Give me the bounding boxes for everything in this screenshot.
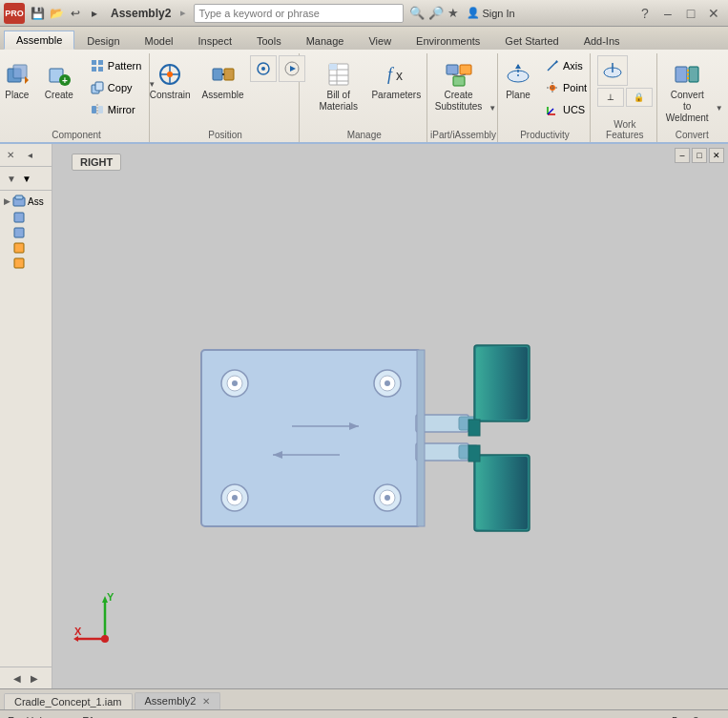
tab-environments[interactable]: Environments: [404, 31, 492, 50]
svg-rect-53: [689, 67, 698, 82]
convert-weldment-icon: [672, 59, 702, 90]
svg-point-99: [101, 635, 109, 643]
parameters-btn[interactable]: f x Parameters: [371, 55, 421, 105]
part-icon-1: [13, 212, 25, 223]
ribbon-group-component: Place + Create: [4, 53, 150, 142]
search-input[interactable]: [194, 4, 404, 23]
tab-assembly2-close[interactable]: ✕: [202, 696, 210, 707]
svg-rect-61: [14, 243, 24, 253]
tab-add-ins[interactable]: Add-Ins: [572, 31, 633, 50]
place-btn[interactable]: Place: [0, 55, 37, 105]
tab-inspect[interactable]: Inspect: [186, 31, 244, 50]
viewport[interactable]: – □ ✕ RIGHT: [52, 144, 728, 688]
copy-btn[interactable]: Copy: [85, 77, 146, 98]
joint-btn[interactable]: [250, 55, 277, 82]
tab-cradle-concept[interactable]: Cradle_Concept_1.iam: [4, 693, 133, 709]
maximize-btn[interactable]: □: [680, 3, 701, 24]
panel-close-btn[interactable]: ✕: [2, 147, 19, 164]
viewport-controls: – □ ✕: [675, 148, 724, 163]
ribbon-group-productivity: Plane Axis: [500, 53, 592, 142]
convert-dropdown[interactable]: ▼: [716, 104, 723, 113]
minimize-btn[interactable]: –: [657, 3, 678, 24]
ucs-btn[interactable]: UCS: [540, 99, 592, 120]
scroll-right-btn[interactable]: ▶: [26, 669, 43, 687]
svg-text:x: x: [396, 68, 403, 83]
vp-minimize-btn[interactable]: –: [675, 148, 690, 163]
svg-point-69: [385, 380, 390, 386]
pattern-btn[interactable]: Pattern: [85, 55, 146, 76]
svg-point-23: [261, 67, 265, 71]
ribbon-content: Place + Create: [0, 50, 728, 142]
create-btn[interactable]: + Create: [39, 55, 79, 105]
tab-manage[interactable]: Manage: [294, 31, 357, 50]
tab-model[interactable]: Model: [133, 31, 186, 50]
svg-rect-59: [14, 213, 24, 222]
svg-point-66: [232, 380, 238, 386]
copy-icon: [90, 80, 105, 95]
tree-item-1[interactable]: [2, 210, 50, 225]
svg-rect-89: [476, 457, 528, 529]
qa-undo-btn[interactable]: ↩: [67, 5, 84, 22]
sign-in-btn[interactable]: Sign In: [482, 8, 514, 19]
work-features-content: ⊥ 🔒: [597, 55, 653, 117]
filter-btn[interactable]: ▼: [3, 170, 20, 187]
qa-save-btn[interactable]: 💾: [29, 5, 46, 22]
work-plane-btn[interactable]: [597, 55, 628, 86]
ground-btn[interactable]: ⊥: [597, 88, 624, 107]
assemble-btn[interactable]: Assemble: [198, 55, 249, 105]
component-small-btns: Pattern Copy: [85, 55, 146, 120]
help-btn[interactable]: ?: [634, 3, 655, 24]
tree-item-4[interactable]: [2, 256, 50, 271]
status-right: 5 8 ■: [672, 715, 720, 719]
close-btn[interactable]: ✕: [703, 3, 724, 24]
scroll-left-btn[interactable]: ◀: [9, 669, 26, 687]
window-controls: ? – □ ✕: [634, 3, 724, 24]
pattern-label: Pattern: [108, 60, 141, 72]
tree-item-2[interactable]: [2, 225, 50, 240]
tree-item-assembly[interactable]: ▶ Ass: [2, 193, 50, 210]
axis-indicator: Y X: [72, 591, 138, 660]
search-icon: 🔍: [409, 6, 425, 20]
vp-maximize-btn[interactable]: □: [692, 148, 707, 163]
assembly-icon: [12, 195, 26, 208]
constrain-btn[interactable]: Constrain: [145, 55, 196, 105]
create-substitutes-btn[interactable]: CreateSubstitutes: [430, 55, 487, 116]
plane-btn[interactable]: Plane: [498, 55, 538, 105]
panel-menu-btn[interactable]: ◂: [21, 147, 38, 164]
svg-marker-41: [515, 64, 521, 69]
tab-design[interactable]: Design: [74, 31, 132, 50]
tree-item-3[interactable]: [2, 240, 50, 256]
quick-access-toolbar: 💾 📂 ↩ ▸: [29, 5, 103, 22]
tab-get-started[interactable]: Get Started: [492, 31, 571, 50]
help-text: For Help, press F1: [8, 715, 94, 719]
tree-assembly-label: Ass: [28, 196, 44, 207]
mirror-btn[interactable]: Mirror: [85, 99, 146, 120]
point-label: Point: [563, 82, 587, 93]
mirror-icon: [90, 102, 105, 117]
tab-tools[interactable]: Tools: [244, 31, 294, 50]
3d-model-svg: [173, 293, 535, 541]
svg-rect-19: [213, 69, 222, 80]
tab-view[interactable]: View: [356, 31, 404, 50]
tree-expand-icon: ▶: [4, 196, 10, 206]
qa-open-btn[interactable]: 📂: [48, 5, 65, 22]
tab-assemble[interactable]: Assemble: [4, 31, 74, 50]
bom-btn[interactable]: Bill of Materials: [307, 55, 369, 116]
view-label: RIGHT: [72, 154, 121, 171]
axis-btn[interactable]: Axis: [540, 55, 592, 76]
ucs-icon: [545, 102, 560, 117]
lock-btn[interactable]: 🔒: [626, 88, 653, 107]
tab-assembly2-label: Assembly2: [145, 695, 197, 707]
convert-weldment-btn[interactable]: Convert toWeldment: [661, 55, 714, 128]
qa-more-btn[interactable]: ▸: [86, 5, 103, 22]
title-arrow: ▸: [180, 7, 186, 19]
model-tree: ▶ Ass: [0, 191, 52, 667]
point-btn[interactable]: Point: [540, 77, 592, 98]
ipart-group-label: iPart/iAssembly: [430, 130, 496, 140]
svg-rect-35: [460, 65, 471, 74]
vp-close-btn[interactable]: ✕: [709, 148, 724, 163]
tab-assembly2[interactable]: Assembly2 ✕: [135, 692, 221, 709]
filter-label: ▼: [22, 174, 31, 184]
ipart-dropdown[interactable]: ▼: [489, 104, 496, 113]
ipart-group-content: CreateSubstitutes ▼: [430, 55, 496, 128]
